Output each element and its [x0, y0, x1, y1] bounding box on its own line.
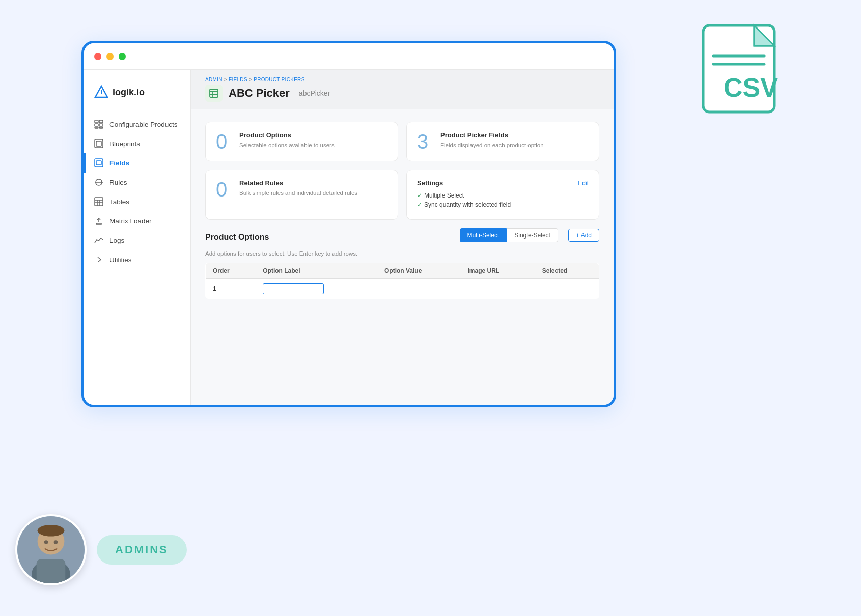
stats-grid-bottom: 0 Related Rules Bulk simple rules and in… — [205, 170, 599, 220]
cell-order: 1 — [206, 279, 256, 299]
minimize-button[interactable] — [106, 53, 114, 60]
csv-file-icon: CSV — [698, 15, 790, 122]
sidebar-item-label: Matrix Loader — [109, 217, 152, 225]
sidebar-item-label: Blueprints — [109, 140, 140, 148]
page-title: ABC Picker — [229, 87, 290, 100]
sidebar-item-label: Fields — [109, 159, 129, 167]
sidebar-item-tables[interactable]: Tables — [84, 192, 190, 211]
section-desc: Add options for users to select. Use Ent… — [205, 250, 599, 257]
sidebar-item-label: Configurable Products — [109, 121, 178, 128]
chevron-right-icon — [94, 255, 103, 264]
content-area: 0 Product Options Selectable options ava… — [191, 109, 614, 311]
sidebar: logik.io Configurable Products — [84, 70, 191, 405]
admins-label: ADMINS — [115, 543, 169, 556]
check-icon: ✓ — [417, 201, 422, 208]
stat-card-related-rules: 0 Related Rules Bulk simple rules and in… — [205, 170, 398, 220]
multi-select-tab[interactable]: Multi-Select — [460, 228, 507, 242]
title-bar — [84, 43, 614, 70]
table-row: 1 — [206, 279, 599, 299]
svg-rect-3 — [99, 120, 103, 123]
svg-rect-13 — [95, 198, 103, 206]
add-button[interactable]: + Add — [568, 229, 599, 242]
page-title-row: ABC Picker abcPicker — [205, 85, 599, 102]
cell-image-url — [461, 279, 535, 299]
sidebar-item-label: Logs — [109, 237, 124, 244]
sidebar-item-label: Tables — [109, 198, 129, 206]
product-options-table: Order Option Label Option Value Image UR… — [205, 263, 599, 299]
main-content: ADMIN > FIELDS > PRODUCT PICKERS — [191, 70, 614, 405]
svg-rect-6 — [95, 127, 98, 128]
stat-title: Product Options — [239, 131, 335, 139]
stat-desc: Fields displayed on each product option — [440, 141, 544, 149]
sidebar-item-label: Rules — [109, 179, 127, 186]
col-option-value: Option Value — [377, 263, 461, 279]
option-label-input[interactable] — [263, 283, 324, 294]
maximize-button[interactable] — [119, 53, 126, 60]
stat-title: Product Picker Fields — [440, 131, 544, 139]
svg-text:CSV: CSV — [724, 73, 778, 102]
svg-rect-9 — [96, 141, 101, 146]
check-icon: ✓ — [417, 192, 422, 199]
svg-rect-2 — [95, 120, 98, 123]
col-option-label: Option Label — [256, 263, 377, 279]
sidebar-item-rules[interactable]: Rules — [84, 173, 190, 192]
svg-point-31 — [44, 540, 48, 544]
sidebar-item-fields[interactable]: Fields — [84, 153, 190, 173]
csv-icon-container: CSV — [698, 15, 790, 124]
logs-icon — [94, 236, 103, 245]
settings-item-label: Sync quantity with selected field — [424, 201, 511, 208]
sidebar-item-label: Utilities — [109, 256, 132, 264]
product-options-section: Product Options Multi-Select Single-Sele… — [205, 228, 599, 299]
settings-edit-button[interactable]: Edit — [578, 180, 589, 187]
single-select-tab[interactable]: Single-Select — [507, 228, 558, 242]
close-button[interactable] — [94, 53, 101, 60]
stat-number: 0 — [216, 131, 231, 152]
avatar-image — [17, 514, 85, 585]
tab-group: Multi-Select Single-Select — [460, 228, 558, 242]
settings-item-multiple-select: ✓ Multiple Select — [417, 192, 589, 199]
col-selected: Selected — [535, 263, 599, 279]
page-icon — [205, 85, 223, 102]
svg-rect-18 — [210, 89, 218, 97]
rules-icon — [94, 178, 103, 187]
section-title-row: Product Options Multi-Select Single-Sele… — [205, 228, 599, 246]
settings-header: Settings Edit — [417, 179, 589, 187]
cell-option-label[interactable] — [256, 279, 377, 299]
breadcrumb: ADMIN > FIELDS > PRODUCT PICKERS — [205, 77, 599, 82]
tables-icon — [94, 197, 103, 206]
stat-info: Related Rules Bulk simple rules and indi… — [239, 179, 357, 197]
svg-rect-7 — [99, 127, 103, 128]
breadcrumb-admin: ADMIN — [205, 77, 223, 82]
stat-title: Related Rules — [239, 179, 357, 187]
svg-rect-30 — [37, 559, 66, 583]
page-header: ADMIN > FIELDS > PRODUCT PICKERS — [191, 70, 614, 109]
browser-window: logik.io Configurable Products — [81, 41, 616, 407]
stat-card-product-picker-fields: 3 Product Picker Fields Fields displayed… — [406, 122, 599, 161]
field-icon — [94, 158, 103, 167]
grid-icon — [94, 120, 103, 129]
logo: logik.io — [84, 85, 190, 115]
sidebar-item-configurable-products[interactable]: Configurable Products — [84, 115, 190, 134]
settings-item-label: Multiple Select — [424, 192, 464, 199]
stats-grid: 0 Product Options Selectable options ava… — [205, 122, 599, 161]
stat-number: 3 — [417, 131, 432, 152]
svg-rect-5 — [99, 124, 103, 126]
sidebar-item-matrix-loader[interactable]: Matrix Loader — [84, 211, 190, 231]
sidebar-item-blueprints[interactable]: Blueprints — [84, 134, 190, 153]
logo-text: logik.io — [113, 87, 145, 98]
stat-info: Product Picker Fields Fields displayed o… — [440, 131, 544, 149]
admins-badge: ADMINS — [97, 535, 187, 565]
svg-rect-4 — [95, 124, 98, 126]
cell-option-value — [377, 279, 461, 299]
stat-desc: Bulk simple rules and individual detaile… — [239, 189, 357, 197]
sidebar-item-logs[interactable]: Logs — [84, 231, 190, 250]
svg-point-28 — [38, 525, 65, 537]
page-subtitle: abcPicker — [299, 89, 330, 97]
stat-info: Product Options Selectable options avail… — [239, 131, 335, 149]
svg-rect-11 — [96, 161, 101, 165]
sidebar-item-utilities[interactable]: Utilities — [84, 250, 190, 269]
controls-row: Multi-Select Single-Select + Add — [460, 228, 599, 242]
settings-title: Settings — [417, 179, 443, 187]
table-header-row: Order Option Label Option Value Image UR… — [206, 263, 599, 279]
breadcrumb-product-pickers: PRODUCT PICKERS — [254, 77, 304, 82]
